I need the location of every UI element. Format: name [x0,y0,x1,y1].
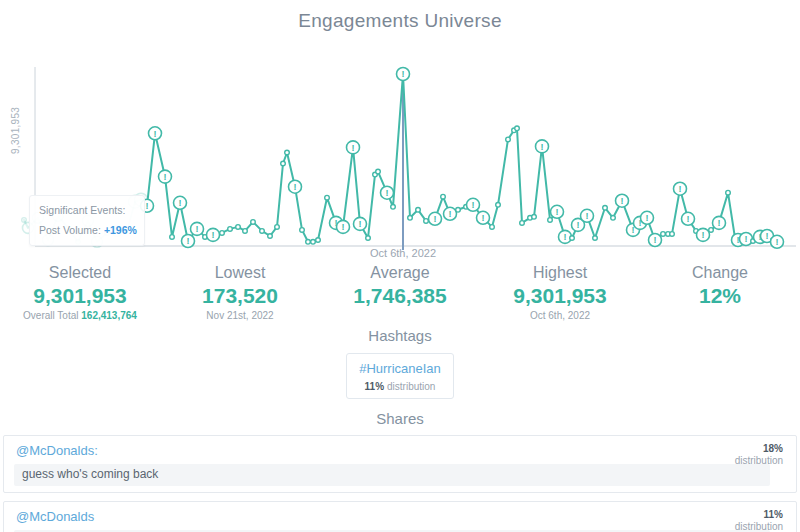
share-distribution-pct: 18% [735,443,783,455]
svg-text:!: ! [679,184,682,194]
hashtag-distribution-pct: 11% [365,381,384,392]
share-distribution: 18% distribution [735,443,783,467]
share-distribution-pct: 11% [735,509,783,521]
svg-text:!: ! [482,213,485,223]
svg-text:!: ! [212,230,215,240]
svg-text:!: ! [402,69,405,79]
hashtag-distribution-label: distribution [387,381,435,392]
svg-text:!: ! [577,220,580,230]
svg-text:!: ! [541,142,544,152]
svg-text:!: ! [294,182,297,192]
stats-row: Selected 9,301,953 Overall Total 162,413… [0,264,800,321]
hashtag-link[interactable]: #HurricaneIan [359,361,441,376]
stat-sub: Oct 6th, 2022 [480,310,640,321]
stat-value: 1,746,385 [320,284,480,308]
svg-text:!: ! [586,211,589,221]
svg-text:!: ! [179,198,182,208]
stat-lowest: Lowest 173,520 Nov 21st, 2022 [160,264,320,321]
svg-text:!: ! [164,172,167,182]
svg-text:!: ! [187,236,190,246]
stat-label: Average [320,264,480,282]
stat-value: 9,301,953 [480,284,640,308]
svg-text:!: ! [386,188,389,198]
stat-label: Highest [480,264,640,282]
hashtag-distribution: 11%distribution [359,381,441,392]
hashtags-header: Hashtags [0,327,800,344]
share-card: @McDonalds 11% distribution has brought … [3,501,797,532]
selected-date-label: Oct 6th, 2022 [370,247,436,259]
stat-sub-value: 162,413,764 [81,310,137,321]
share-distribution: 11% distribution [735,509,783,532]
stat-label: Change [640,264,800,282]
stat-label: Lowest [160,264,320,282]
svg-text:!: ! [621,196,624,206]
svg-text:!: ! [745,234,748,244]
stat-average: Average 1,746,385 [320,264,480,321]
stat-sub-prefix: Overall Total [23,310,81,321]
stat-label: Selected [0,264,160,282]
stat-highest: Highest 9,301,953 Oct 6th, 2022 [480,264,640,321]
svg-text:!: ! [449,209,452,219]
svg-text:!: ! [718,218,721,228]
post-volume-label: Post Volume: [39,224,101,236]
page-title: Engagements Universe [0,0,800,34]
stat-change: Change 12% [640,264,800,321]
stat-sub [320,310,480,321]
svg-text:!: ! [472,200,475,210]
svg-text:!: ! [342,222,345,232]
svg-text:!: ! [146,201,149,211]
engagements-chart-area: 9,301,953 !!!!!!!!!!!!!!!!!!!!!!!!!!!!!!… [0,34,800,262]
post-volume-value: +196% [104,224,137,236]
svg-text:!: ! [359,219,362,229]
stat-selected: Selected 9,301,953 Overall Total 162,413… [0,264,160,321]
stat-sub: Overall Total 162,413,764 [0,310,160,321]
stat-sub [640,310,800,321]
stat-value: 12% [640,284,800,308]
tooltip-title: Significant Events: [39,204,144,216]
svg-text:!: ! [556,207,559,217]
svg-text:!: ! [776,237,779,247]
share-distribution-label: distribution [735,521,783,532]
share-card: @McDonalds: 18% distribution guess who's… [3,435,797,493]
significant-events-tooltip: Significant Events: Post Volume:+196% [29,195,145,246]
share-handle-link[interactable]: @McDonalds [16,509,94,524]
svg-text:!: ! [646,213,649,223]
svg-text:!: ! [434,214,437,224]
hashtag-card[interactable]: #HurricaneIan 11%distribution [346,353,454,399]
svg-text:!: ! [196,224,199,234]
y-axis-max-label: 9,301,953 [10,70,21,154]
svg-text:!: ! [687,214,690,224]
chart-markers: !!!!!!!!!!!!!!!!!!!!!!!!!!!!!!!!!!!!! [141,68,784,249]
svg-text:!: ! [766,231,769,241]
share-distribution-label: distribution [735,455,783,467]
stat-value: 9,301,953 [0,284,160,308]
share-handle-link[interactable]: @McDonalds: [16,443,98,458]
share-message: guess who's coming back [14,464,770,486]
svg-text:!: ! [654,235,657,245]
stat-sub: Nov 21st, 2022 [160,310,320,321]
svg-text:!: ! [154,129,157,139]
svg-text:!: ! [352,143,355,153]
shares-header: Shares [0,410,800,427]
svg-text:!: ! [702,230,705,240]
svg-text:!: ! [564,232,567,242]
stat-value: 173,520 [160,284,320,308]
